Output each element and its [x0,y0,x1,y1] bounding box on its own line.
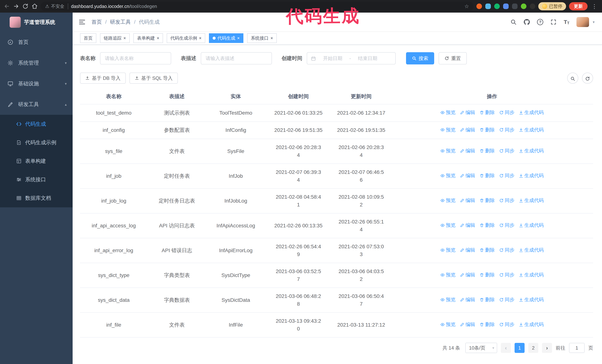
sidebar-item-codegen[interactable]: 代码生成 [0,115,73,133]
fullscreen-icon[interactable] [550,19,557,25]
generate-link[interactable]: 生成代码 [519,246,544,254]
forward-icon[interactable] [13,3,19,10]
preview-link[interactable]: 预览 [440,321,455,328]
home-icon[interactable] [32,3,38,10]
generate-link[interactable]: 生成代码 [519,172,544,179]
avatar[interactable] [576,17,589,27]
sync-link[interactable]: 同步 [499,109,514,116]
edit-link[interactable]: 编辑 [460,172,475,179]
delete-link[interactable]: 删除 [480,321,495,328]
refresh-table-button[interactable] [582,73,593,84]
sidebar-item-system[interactable]: 系统管理 [0,52,73,73]
breadcrumb-item[interactable]: 首页 [92,19,102,26]
extension-icon[interactable] [512,3,517,9]
reset-button[interactable]: 重置 [439,52,467,64]
preview-link[interactable]: 预览 [440,296,455,303]
import-sql-button[interactable]: 基于 SQL 导入 [129,73,178,84]
table-desc-input[interactable] [201,52,272,64]
paused-badge[interactable]: 已暂停 [538,2,566,10]
edit-link[interactable]: 编辑 [460,109,475,116]
close-icon[interactable] [157,36,159,40]
generate-link[interactable]: 生成代码 [519,222,544,229]
sync-link[interactable]: 同步 [499,271,514,279]
delete-link[interactable]: 删除 [480,109,495,116]
back-icon[interactable] [4,3,10,10]
sidebar-item-devtools[interactable]: 研发工具 [0,94,73,115]
toggle-search-button[interactable] [567,73,578,84]
generate-link[interactable]: 生成代码 [519,147,544,154]
preview-link[interactable]: 预览 [440,109,455,116]
delete-link[interactable]: 删除 [480,172,495,179]
github-icon[interactable] [524,19,530,25]
search-icon[interactable] [510,19,516,25]
generate-link[interactable]: 生成代码 [519,126,544,134]
sidebar-item-api[interactable]: 系统接口 [0,170,73,189]
generate-link[interactable]: 生成代码 [519,109,544,116]
extension-icon[interactable] [494,3,500,9]
edit-link[interactable]: 编辑 [460,147,475,154]
goto-page-input[interactable] [569,343,585,353]
update-button[interactable]: 更新 [569,2,588,10]
delete-link[interactable]: 删除 [480,271,495,279]
extension-icon[interactable] [476,3,482,9]
font-size-icon[interactable] [564,19,570,25]
delete-link[interactable]: 删除 [480,296,495,303]
breadcrumb-item[interactable]: 研发工具 [110,19,131,26]
date-start-input[interactable] [319,56,347,61]
generate-link[interactable]: 生成代码 [519,271,544,279]
extension-icon[interactable] [485,3,491,9]
sync-link[interactable]: 同步 [499,197,514,204]
bookmark-star-icon[interactable] [464,3,469,10]
edit-link[interactable]: 编辑 [460,197,475,204]
sync-link[interactable]: 同步 [499,222,514,229]
preview-link[interactable]: 预览 [440,126,455,134]
date-end-input[interactable] [354,56,382,61]
extension-icon[interactable] [503,3,509,9]
sidebar-item-infra[interactable]: 基础设施 [0,73,73,94]
reload-icon[interactable] [22,3,29,10]
delete-link[interactable]: 删除 [480,197,495,204]
delete-link[interactable]: 删除 [480,126,495,134]
extension-icon[interactable] [521,3,527,9]
sync-link[interactable]: 同步 [499,172,514,179]
tab-tracer[interactable]: 链路追踪 [100,33,130,43]
sidebar-item-codegen-example[interactable]: 代码生成示例 [0,133,73,152]
generate-link[interactable]: 生成代码 [519,296,544,303]
edit-link[interactable]: 编辑 [460,126,475,134]
security-chip[interactable]: 不安全 [45,3,68,9]
page-size-select[interactable]: 10条/页 [465,343,497,353]
preview-link[interactable]: 预览 [440,147,455,154]
address-bar[interactable]: 不安全 dashboard.yudao.iocoder.cn/tool/code… [41,2,473,11]
tab-codegen[interactable]: 代码生成 [209,33,243,43]
preview-link[interactable]: 预览 [440,197,455,204]
preview-link[interactable]: 预览 [440,222,455,229]
browser-menu-icon[interactable] [591,3,598,10]
edit-link[interactable]: 编辑 [460,222,475,229]
edit-link[interactable]: 编辑 [460,321,475,328]
tab-api[interactable]: 系统接口 [247,33,277,43]
sidebar-item-db-doc[interactable]: 数据库文档 [0,189,73,207]
close-icon[interactable] [199,36,202,40]
page-button-1[interactable]: 1 [515,343,525,353]
sync-link[interactable]: 同步 [499,147,514,154]
next-page-button[interactable]: › [542,343,552,353]
table-name-input[interactable] [100,52,171,64]
preview-link[interactable]: 预览 [440,246,455,254]
edit-link[interactable]: 编辑 [460,296,475,303]
close-icon[interactable] [237,36,240,40]
delete-link[interactable]: 删除 [480,246,495,254]
generate-link[interactable]: 生成代码 [519,321,544,328]
generate-link[interactable]: 生成代码 [519,197,544,204]
tab-form-builder[interactable]: 表单构建 [133,33,163,43]
sync-link[interactable]: 同步 [499,126,514,134]
page-button-2[interactable]: 2 [528,343,538,353]
sync-link[interactable]: 同步 [499,321,514,328]
close-icon[interactable] [123,36,126,40]
sidebar-item-form-builder[interactable]: 表单构建 [0,152,73,170]
tab-home[interactable]: 首页 [80,33,96,43]
prev-page-button[interactable]: ‹ [501,343,511,353]
delete-link[interactable]: 删除 [480,147,495,154]
preview-link[interactable]: 预览 [440,271,455,279]
date-range-picker[interactable]: - [307,52,396,64]
sidebar-item-home[interactable]: 首页 [0,32,73,52]
